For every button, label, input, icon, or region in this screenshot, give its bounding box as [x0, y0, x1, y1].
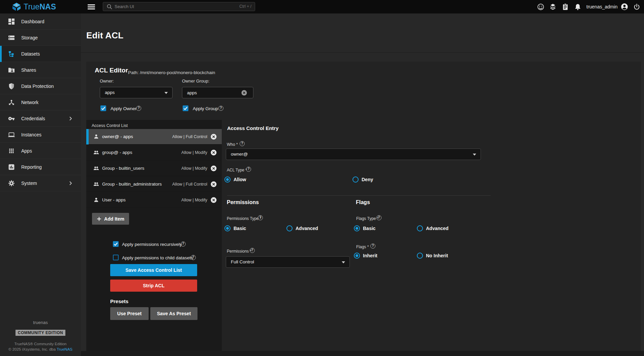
permissions-label: Permissions * [227, 249, 251, 254]
person-icon [93, 197, 99, 203]
help-icon[interactable] [258, 215, 263, 220]
sidebar-item-system[interactable]: System [0, 175, 81, 191]
menu-icon[interactable] [88, 4, 95, 9]
sidebar-item-label: System [21, 175, 37, 191]
chevron-down-icon [342, 261, 345, 263]
who-label: Who * [227, 142, 238, 147]
network-icon [8, 99, 15, 106]
help-icon[interactable] [191, 255, 196, 260]
acl-entry-row[interactable]: User - apps Allow | Modify [86, 192, 222, 208]
flags-type-advanced-radio[interactable]: Advanced [417, 225, 449, 231]
sidebar-item-credentials[interactable]: Credentials [0, 110, 81, 127]
delete-icon[interactable] [211, 150, 217, 156]
sidebar-item-data-protection[interactable]: Data Protection [0, 78, 81, 94]
help-icon[interactable] [136, 106, 141, 111]
product-label: TrueNAS® Community Edition [0, 342, 81, 346]
flags-no-inherit-radio[interactable]: No Inherit [417, 253, 448, 259]
acl-entry-row[interactable]: Group - builtin_users Allow | Modify [86, 161, 222, 176]
sidebar-item-label: Shares [21, 62, 36, 78]
owner-select[interactable]: apps [100, 87, 173, 98]
help-icon[interactable] [246, 167, 251, 172]
acl-entry-row[interactable]: Group - builtin_administrators Allow | F… [86, 176, 222, 192]
apply-owner-checkbox[interactable] [100, 105, 106, 111]
permissions-type-label: Permissions Type * [227, 216, 262, 221]
chevron-right-icon [69, 181, 72, 185]
permissions-select[interactable]: Full Control [226, 256, 350, 268]
search-input[interactable] [115, 2, 226, 11]
sidebar-item-storage[interactable]: Storage [0, 30, 81, 46]
help-icon[interactable] [181, 241, 186, 247]
check-icon [113, 241, 119, 247]
apply-child-datasets-checkbox[interactable] [113, 255, 119, 260]
acl-entry-row[interactable]: owner@ - apps Allow | Full Control [86, 129, 222, 144]
delete-icon[interactable] [211, 181, 217, 187]
page-title: Edit ACL [86, 30, 123, 41]
acl-type-deny-radio[interactable]: Deny [352, 176, 373, 183]
help-icon[interactable] [376, 215, 381, 220]
sidebar: Dashboard Storage Datasets Shares [0, 13, 81, 356]
apply-group-label: Apply Group [193, 106, 218, 111]
chevron-down-icon [164, 92, 168, 94]
copyright-label: © 2025 iXsystems, Inc. dba TrueNAS [0, 347, 81, 351]
sidebar-item-label: Network [21, 94, 38, 110]
chevron-right-icon [69, 117, 72, 121]
access-control-entry-panel: Access Control Entry Who * owner@ ACL Ty… [222, 120, 641, 351]
permissions-type-basic-radio[interactable]: Basic [224, 225, 246, 231]
apply-child-datasets-label: Apply permissions to child datasets [122, 255, 193, 260]
help-icon[interactable] [250, 248, 255, 253]
flags-type-basic-radio[interactable]: Basic [354, 225, 375, 231]
flags-inherit-radio[interactable]: Inherit [354, 253, 377, 259]
use-preset-button[interactable]: Use Preset [110, 307, 149, 320]
sidebar-item-shares[interactable]: Shares [0, 62, 81, 78]
shield-icon [8, 83, 15, 90]
acl-type-allow-radio[interactable]: Allow [224, 176, 246, 183]
jobs-clipboard-icon[interactable] [562, 3, 569, 10]
copyright-link[interactable]: TrueNAS [57, 347, 72, 351]
person-icon [93, 134, 99, 139]
group-icon [93, 181, 99, 187]
strip-acl-button[interactable]: Strip ACL [110, 280, 197, 292]
group-icon [93, 165, 99, 171]
acl-list-heading: Access Control List [92, 123, 128, 128]
power-icon[interactable] [633, 3, 640, 10]
add-item-button[interactable]: Add Item [92, 213, 129, 225]
sidebar-item-datasets[interactable]: Datasets [0, 46, 81, 62]
path-label: Path: [128, 70, 139, 75]
delete-icon[interactable] [211, 197, 217, 203]
username-label[interactable]: truenas_admin [586, 0, 618, 13]
presets-heading: Presets [110, 298, 128, 304]
save-as-preset-button[interactable]: Save As Preset [150, 307, 197, 320]
sidebar-item-label: Credentials [21, 110, 45, 127]
delete-icon[interactable] [211, 165, 217, 171]
acl-entry-row[interactable]: group@ - apps Allow | Modify [86, 145, 222, 160]
sidebar-item-instances[interactable]: Instances [0, 127, 81, 143]
user-avatar-icon[interactable] [621, 3, 628, 10]
hostname-label: truenas [0, 320, 81, 325]
sidebar-item-reporting[interactable]: Reporting [0, 159, 81, 175]
who-select[interactable]: owner@ [226, 149, 481, 160]
permissions-type-advanced-radio[interactable]: Advanced [286, 225, 318, 231]
sidebar-item-label: Datasets [21, 46, 40, 62]
help-icon[interactable] [218, 106, 223, 111]
sidebar-item-label: Storage [21, 30, 38, 46]
apply-group-checkbox[interactable] [183, 105, 188, 111]
apply-recursively-checkbox[interactable] [113, 241, 119, 247]
laptop-icon [8, 131, 15, 138]
save-acl-button[interactable]: Save Access Control List [110, 264, 197, 276]
sidebar-item-dashboard[interactable]: Dashboard [0, 13, 81, 30]
sidebar-item-network[interactable]: Network [0, 94, 81, 110]
feedback-smiley-icon[interactable] [537, 3, 544, 10]
sidebar-item-label: Dashboard [21, 13, 44, 30]
ix-stack-icon[interactable] [549, 3, 556, 10]
truenas-logo-text[interactable]: TrueNAS [24, 0, 56, 13]
apply-recursively-label: Apply permissions recursively [122, 242, 182, 247]
sidebar-item-label: Instances [21, 127, 41, 143]
edition-badge-wrap: COMMUNITY EDITION [0, 329, 81, 336]
sidebar-item-label: Data Protection [21, 78, 54, 94]
clear-icon[interactable] [241, 90, 247, 96]
delete-icon[interactable] [211, 134, 217, 140]
help-icon[interactable] [370, 244, 375, 249]
sidebar-item-apps[interactable]: Apps [0, 143, 81, 159]
alerts-bell-icon[interactable] [574, 3, 581, 10]
help-icon[interactable] [240, 141, 245, 146]
